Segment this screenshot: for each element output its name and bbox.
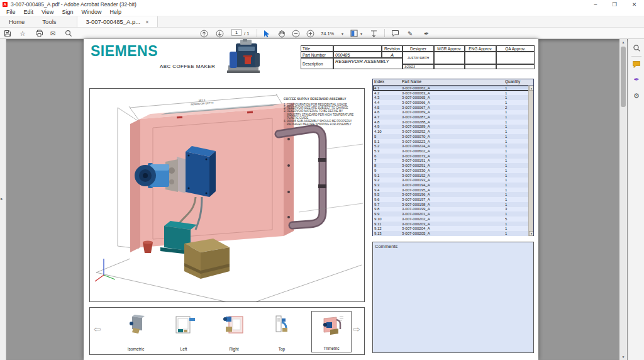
close-icon[interactable]: ✕ — [632, 1, 636, 8]
tab-tools[interactable]: Tools — [33, 16, 65, 27]
star-favorite-icon[interactable]: ☆ — [19, 29, 26, 38]
table-row[interactable]: 4.63-007-000069_A1 — [373, 110, 533, 115]
scrollbar-down-icon[interactable]: ▼ — [619, 354, 627, 360]
menu-edit[interactable]: Edit — [20, 9, 38, 15]
menu-help[interactable]: Help — [106, 9, 125, 15]
fit-page-icon[interactable] — [350, 29, 358, 38]
zoom-level-value[interactable]: 74.1% — [321, 29, 334, 38]
table-row[interactable]: 9.43-007-000195_A1 — [373, 188, 533, 193]
comment-panel-icon[interactable] — [628, 60, 644, 69]
fit-page-dropdown-icon[interactable]: ▾ — [360, 29, 362, 38]
comments-box[interactable]: Comments — [372, 242, 534, 353]
zoom-out-icon[interactable] — [292, 29, 300, 38]
tab-home[interactable]: Home — [0, 16, 33, 27]
pdf-page: SIEMENS ABC COFFEE MAKER — [84, 39, 538, 360]
table-row[interactable]: 93-007-000330_A1 — [373, 168, 533, 173]
table-row[interactable]: 9.13-007-000192_A1 — [373, 173, 533, 178]
designer-date: 3/29/23 — [402, 64, 434, 69]
table-row[interactable]: 9.133-007-000205_A1 — [373, 231, 533, 236]
menu-window[interactable]: Window — [77, 9, 105, 15]
table-row[interactable]: 9.93-007-000201_A1 — [373, 211, 533, 217]
table-row[interactable]: 5.23-007-000224_A1 — [373, 143, 533, 149]
table-row[interactable]: 4.53-007-000067_A2 — [373, 105, 533, 110]
table-row[interactable]: 9.83-007-000199_A3 — [373, 207, 533, 212]
zoom-dropdown-icon[interactable]: ▾ — [341, 29, 343, 38]
cell-index: 9.5 — [373, 193, 401, 196]
table-row[interactable]: 9.33-007-000194_A1 — [373, 183, 533, 188]
qa-approval-label: QA Approv. — [496, 45, 535, 52]
drawing-viewport[interactable]: 251.3 RESERVOIR DEPTH — [89, 88, 365, 302]
scroll-up-icon[interactable]: ▲ — [529, 86, 533, 91]
previous-view-icon[interactable]: ⇦ — [94, 324, 101, 334]
page-number-input[interactable]: 1 — [231, 29, 242, 36]
thumbnail-right[interactable]: Right — [214, 311, 254, 352]
select-tool-icon[interactable] — [262, 29, 270, 38]
thumbnail-isometric[interactable]: Isometric — [116, 311, 156, 352]
siemens-logo: SIEMENS — [91, 43, 158, 60]
table-row[interactable]: 73-007-000191_A1 — [373, 159, 533, 164]
cell-index: 9.4 — [373, 188, 401, 192]
table-row[interactable]: 4.33-007-000065_A1 — [373, 95, 533, 100]
signature-tool-icon[interactable]: ✒ — [424, 29, 429, 38]
scroll-down-icon[interactable]: ▼ — [529, 231, 533, 236]
hand-tool-icon[interactable] — [277, 29, 286, 38]
thumbnail-left[interactable]: Left — [164, 311, 204, 352]
table-row[interactable]: 9.53-007-000196_A1 — [373, 192, 533, 197]
table-row[interactable]: 5.33-007-000602_A1 — [373, 149, 533, 154]
header-quantity: Quantity — [505, 79, 533, 85]
table-row[interactable]: 4.73-007-000287_A1 — [373, 115, 533, 120]
table-row[interactable]: 83-007-000291_A1 — [373, 163, 533, 168]
table-row[interactable]: 9.23-007-000193_A1 — [373, 177, 533, 183]
thumbnail-label: Trimetric — [323, 346, 339, 351]
document-scrollbar[interactable]: ▲ ▼ — [619, 39, 627, 360]
menu-sign[interactable]: Sign — [58, 9, 77, 15]
table-row[interactable]: 9.73-007-000198_A1 — [373, 202, 533, 207]
table-row[interactable]: 63-007-000073_A1 — [373, 154, 533, 159]
print-icon[interactable] — [35, 29, 43, 38]
search-icon[interactable] — [65, 29, 72, 38]
table-row[interactable]: 4.43-007-000066_A1 — [373, 100, 533, 105]
window-title: 3-007-000485_A.pdf - Adobe Acrobat Reade… — [11, 1, 136, 8]
fill-and-sign-icon[interactable]: ✒ — [628, 76, 644, 84]
thumbnail-trimetric-selected[interactable]: Trimetric — [311, 311, 352, 352]
table-row[interactable]: 9.103-007-000202_A5 — [373, 217, 533, 222]
save-icon[interactable] — [4, 29, 11, 38]
email-icon[interactable]: ✉ — [50, 29, 55, 38]
restore-icon[interactable]: ❐ — [612, 1, 617, 8]
parts-table-scrollbar[interactable]: ▲ ▼ — [528, 86, 533, 236]
search-tool-icon[interactable] — [628, 44, 644, 52]
comments-label: Comments — [375, 244, 531, 249]
minimize-icon[interactable]: – — [594, 1, 597, 8]
table-row[interactable]: 4.103-007-000292_A1 — [373, 129, 533, 134]
cell-index: 9.12 — [373, 227, 401, 230]
table-row[interactable]: 9.123-007-000204_A1 — [373, 226, 533, 231]
table-row[interactable]: 4.23-007-000063_A1 — [373, 91, 533, 96]
next-page-icon[interactable] — [216, 29, 224, 38]
table-row[interactable]: 4.13-007-000062_A1 — [373, 86, 533, 91]
cell-part-name: 3-007-000204_A — [401, 227, 505, 230]
scrolling-mode-icon[interactable] — [370, 29, 378, 38]
scrollbar-thumb[interactable] — [621, 47, 626, 107]
tab-document[interactable]: 3-007-000485_A.p... × — [77, 16, 158, 27]
table-row[interactable]: 53-007-000070_A1 — [373, 134, 533, 139]
comment-tool-icon[interactable] — [391, 29, 399, 38]
table-row[interactable]: 9.113-007-000203_A1 — [373, 222, 533, 227]
previous-page-icon[interactable] — [200, 29, 208, 38]
tab-close-icon[interactable]: × — [145, 19, 148, 25]
fill-sign-pencil-icon[interactable]: ✎ — [408, 29, 413, 38]
table-row[interactable]: 4.83-007-000288_A1 — [373, 120, 533, 125]
scrollbar-up-icon[interactable]: ▲ — [619, 39, 627, 45]
table-row[interactable]: 4.93-007-000289_A1 — [373, 125, 533, 130]
table-row[interactable]: 5.13-007-000223_A1 — [373, 139, 533, 144]
thumbnail-top[interactable]: Top — [262, 311, 302, 352]
zoom-in-icon[interactable] — [306, 29, 314, 38]
expand-panel-icon[interactable]: ▸ — [1, 196, 3, 201]
description-label: Description — [301, 58, 333, 69]
header-part-name: Part Name — [401, 79, 505, 85]
table-row[interactable]: 9.63-007-000197_A1 — [373, 197, 533, 202]
cell-index: 4.8 — [373, 120, 401, 124]
next-view-icon[interactable]: ⇨ — [353, 324, 360, 334]
menu-view[interactable]: View — [38, 9, 57, 15]
menu-file[interactable]: File — [3, 9, 19, 15]
more-tools-icon[interactable]: ⚙ — [628, 92, 644, 100]
